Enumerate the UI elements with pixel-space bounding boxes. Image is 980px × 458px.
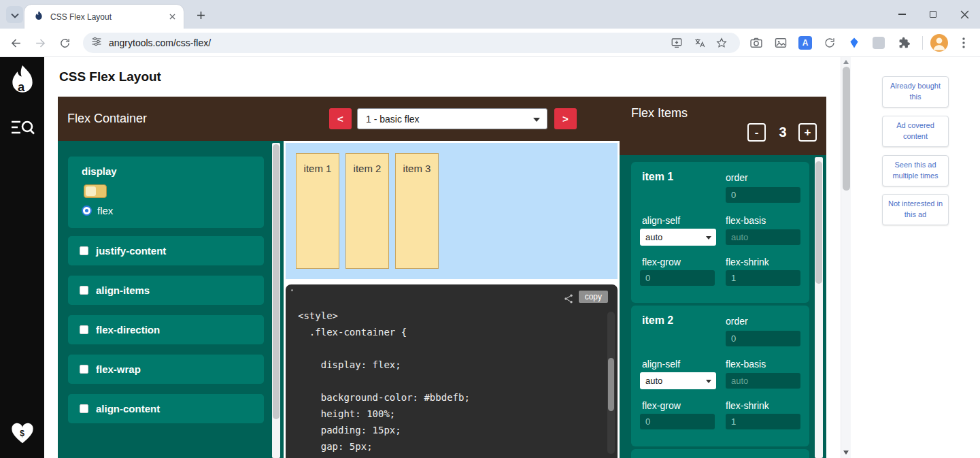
checkbox[interactable] xyxy=(80,365,88,374)
heart-dollar-icon[interactable]: $ xyxy=(11,423,34,447)
blue-diamond-icon xyxy=(848,37,860,49)
checkbox[interactable] xyxy=(80,404,88,413)
items-panel-scrollbar[interactable] xyxy=(815,157,823,458)
option-label: flex-wrap xyxy=(96,363,141,375)
copy-button[interactable]: copy xyxy=(579,291,608,303)
ext-camera-button[interactable] xyxy=(748,35,764,51)
flex-radio[interactable] xyxy=(82,206,92,216)
flex-items-title: Flex Items xyxy=(631,106,688,120)
ext-pointer-button[interactable] xyxy=(846,35,862,51)
reload-button[interactable] xyxy=(53,31,76,54)
translate-button[interactable] xyxy=(692,35,708,51)
flex-basis-label: flex-basis xyxy=(726,359,766,370)
scrollbar-thumb[interactable] xyxy=(608,358,614,411)
minimize-icon xyxy=(898,14,906,15)
ext-disabled-button[interactable] xyxy=(871,35,887,51)
minimize-button[interactable] xyxy=(886,0,917,29)
order-input[interactable] xyxy=(726,331,800,346)
tab-search-button[interactable] xyxy=(6,6,23,23)
toggle-knob-icon xyxy=(86,186,96,196)
puzzle-icon xyxy=(897,36,911,50)
flex-shrink-input[interactable] xyxy=(726,414,800,429)
install-button[interactable] xyxy=(669,35,685,51)
align-self-value: auto xyxy=(645,232,662,242)
angrytools-logo-icon[interactable]: a xyxy=(7,64,37,101)
list-bullet-icon xyxy=(291,289,293,291)
checkbox[interactable] xyxy=(80,325,88,334)
code-scrollbar[interactable] xyxy=(607,312,615,454)
maximize-button[interactable] xyxy=(917,0,949,29)
image-icon xyxy=(774,36,788,50)
flex-shrink-input[interactable] xyxy=(726,270,800,286)
order-input[interactable] xyxy=(726,187,800,203)
display-card: display flex xyxy=(68,157,264,228)
container-panel-scrollbar[interactable] xyxy=(272,143,280,458)
align-self-select[interactable]: auto xyxy=(640,372,716,389)
option-row-flex-wrap[interactable]: flex-wrap xyxy=(68,355,264,384)
share-button[interactable] xyxy=(562,292,575,306)
scrollbar-thumb[interactable] xyxy=(273,144,280,419)
option-row-flex-direction[interactable]: flex-direction xyxy=(68,315,264,344)
flex-basis-input[interactable] xyxy=(726,229,800,245)
scroll-down-arrow-icon[interactable] xyxy=(843,451,849,455)
flex-grow-input[interactable] xyxy=(640,270,715,286)
back-button[interactable] xyxy=(4,31,27,54)
page-scrollbar[interactable] xyxy=(841,57,851,458)
menu-button[interactable] xyxy=(956,35,972,51)
items-plus-button[interactable]: + xyxy=(798,123,817,142)
item-name: item 1 xyxy=(642,171,673,183)
extensions-button[interactable] xyxy=(896,35,912,51)
display-toggle[interactable] xyxy=(84,184,107,198)
new-tab-button[interactable] xyxy=(192,7,209,23)
ad-sidebar: Already bought this Ad covered content S… xyxy=(851,57,980,458)
preset-next-button[interactable]: > xyxy=(554,108,577,129)
option-row-justify-content[interactable]: justify-content xyxy=(68,236,264,265)
tab-close-button[interactable] xyxy=(167,11,178,22)
flex-radio-row[interactable]: flex xyxy=(82,205,113,216)
option-row-align-content[interactable]: align-content xyxy=(68,394,264,423)
ext-sync-button[interactable] xyxy=(822,35,838,51)
ext-image-button[interactable] xyxy=(773,35,789,51)
browser-tab[interactable]: CSS Flex Layout xyxy=(24,5,184,29)
flex-grow-input[interactable] xyxy=(640,414,715,429)
address-bar[interactable]: angrytools.com/css-flex/ xyxy=(83,33,740,53)
bookmark-button[interactable] xyxy=(713,35,730,51)
align-self-value: auto xyxy=(645,376,662,386)
checkbox[interactable] xyxy=(80,246,88,255)
ad-option-button[interactable]: Not interested in this ad xyxy=(882,194,949,225)
scroll-up-arrow-icon[interactable] xyxy=(843,60,849,64)
star-icon xyxy=(715,37,728,49)
scrollbar-thumb[interactable] xyxy=(815,161,822,284)
close-window-button[interactable] xyxy=(949,0,980,29)
preview-header: < 1 - basic flex > xyxy=(284,97,620,141)
profile-avatar[interactable] xyxy=(930,34,948,52)
angrytools-favicon-icon xyxy=(33,10,44,24)
ad-option-button[interactable]: Seen this ad multiple times xyxy=(882,155,949,186)
option-row-align-items[interactable]: align-items xyxy=(68,276,264,305)
site-settings-icon[interactable] xyxy=(91,36,102,50)
preset-select[interactable]: 1 - basic flex xyxy=(357,108,547,129)
ad-option-label: Seen this ad multiple times xyxy=(885,160,945,182)
preview-item-3: item 3 xyxy=(395,153,439,269)
code-text: <style> .flex-container { display: flex;… xyxy=(298,308,470,458)
ad-option-button[interactable]: Already bought this xyxy=(882,76,949,108)
page-content: a $ CSS Flex Layout Flex Container displ… xyxy=(0,57,980,458)
search-list-icon[interactable] xyxy=(10,118,35,139)
flex-grow-label: flex-grow xyxy=(642,257,681,267)
preview-item-1: item 1 xyxy=(296,153,339,269)
disabled-extension-icon xyxy=(873,37,885,49)
ext-translate-button[interactable]: A xyxy=(797,35,813,51)
circular-arrow-icon xyxy=(824,37,836,49)
flex-basis-input[interactable] xyxy=(726,373,800,389)
forward-button[interactable] xyxy=(29,31,52,54)
option-label: justify-content xyxy=(96,245,166,257)
tab-title: CSS Flex Layout xyxy=(50,12,167,22)
option-label: align-items xyxy=(96,284,150,296)
scrollbar-thumb[interactable] xyxy=(843,67,850,191)
align-self-select[interactable]: auto xyxy=(640,229,716,246)
kebab-icon xyxy=(962,37,965,48)
ad-option-button[interactable]: Ad covered content xyxy=(882,116,949,147)
checkbox[interactable] xyxy=(80,286,88,295)
items-minus-button[interactable]: - xyxy=(747,123,766,142)
preset-prev-button[interactable]: < xyxy=(329,108,352,129)
